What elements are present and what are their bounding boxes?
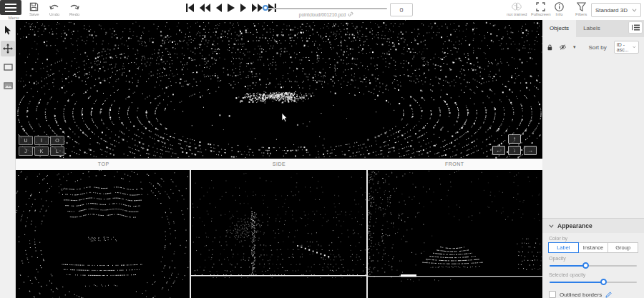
opacity-label: Opacity	[549, 256, 638, 261]
key-k-button[interactable]: K	[34, 146, 49, 156]
undo-button[interactable]: Undo	[49, 2, 59, 16]
fast-backward-icon	[200, 4, 210, 12]
front-view-label: FRONT	[367, 159, 542, 170]
play-button[interactable]	[226, 3, 236, 13]
previous-frame-button[interactable]	[215, 3, 223, 13]
next-frame-icon	[240, 4, 246, 12]
save-icon	[29, 2, 39, 11]
menu-button-label: Menu	[3, 16, 24, 20]
camera-keypad: U I O J K L	[19, 136, 64, 156]
undo-icon	[49, 2, 59, 11]
training-status-button[interactable]: not trained	[507, 2, 527, 16]
next-frame-button[interactable]	[239, 3, 248, 13]
appearance-header[interactable]: Appearance	[542, 219, 644, 233]
filters-button[interactable]: Filters	[575, 2, 587, 16]
visibility-off-icon[interactable]	[560, 44, 566, 51]
filters-label: Filters	[575, 12, 587, 16]
front-view-canvas[interactable]	[368, 170, 542, 298]
redo-icon	[69, 2, 79, 11]
appearance-section: Appearance Color by Label Instance Group…	[542, 218, 644, 298]
redo-label: Redo	[69, 12, 79, 16]
training-status-label: not trained	[507, 12, 527, 16]
filename-row: pointcloud/001210.pcd	[265, 11, 387, 17]
frame-slider-handle[interactable]	[263, 5, 268, 11]
key-j-button[interactable]: J	[19, 146, 33, 156]
select-tool-button[interactable]	[1, 22, 15, 38]
selected-opacity-label: Selected opacity	[549, 272, 638, 277]
save-button[interactable]: Save	[29, 2, 39, 16]
side-view-label: SIDE	[191, 159, 366, 170]
chevron-down-icon	[549, 224, 554, 228]
opacity-slider-handle[interactable]	[582, 262, 589, 269]
info-icon	[555, 2, 564, 11]
ortho-views	[16, 170, 542, 298]
cursor-icon	[4, 26, 12, 35]
redo-button[interactable]: Redo	[69, 2, 79, 16]
main-pointcloud-canvas[interactable]	[16, 20, 542, 159]
main-3d-view[interactable]: U I O J K L ↑ ← ↓ →	[16, 20, 542, 159]
top-view-label: TOP	[16, 159, 191, 170]
expand-caret-icon[interactable]: ▾	[573, 44, 576, 50]
chevron-down-icon	[632, 9, 637, 12]
mode-select-value: Standard 3D	[595, 7, 628, 14]
outlined-borders-checkbox[interactable]	[549, 291, 556, 298]
info-label: Info	[555, 12, 562, 16]
rectangle-icon	[4, 64, 13, 71]
first-frame-button[interactable]	[185, 3, 195, 13]
color-by-label: Color by	[549, 236, 638, 241]
color-by-label-button[interactable]: Label	[548, 242, 579, 253]
info-button[interactable]: Info	[555, 2, 564, 16]
save-label: Save	[29, 12, 39, 16]
sort-select-value: ID - asc...	[617, 42, 633, 52]
play-icon	[228, 4, 235, 12]
first-frame-icon	[186, 4, 194, 12]
fullscreen-icon	[536, 2, 545, 11]
arrow-left-button[interactable]: ←	[492, 146, 505, 155]
arrow-up-button[interactable]: ↑	[508, 134, 521, 144]
menu-button[interactable]	[0, 0, 21, 15]
tab-objects[interactable]: Objects	[542, 20, 576, 37]
selected-opacity-slider[interactable]	[550, 279, 637, 286]
fullscreen-button[interactable]: Fullscreen	[531, 2, 551, 16]
color-by-instance-button[interactable]: Instance	[579, 242, 609, 253]
view-labels-band: TOP SIDE FRONT	[16, 159, 542, 170]
panel-layout-button[interactable]	[628, 21, 643, 34]
right-panel: Objects Labels ▾ Sort by ID - asc...	[542, 20, 644, 298]
outlined-borders-row: Outlined borders	[549, 291, 638, 298]
image-tool-button[interactable]	[1, 78, 15, 94]
frame-slider[interactable]	[265, 7, 387, 10]
opacity-slider[interactable]	[550, 262, 637, 269]
move-tool-button[interactable]	[1, 41, 15, 56]
appearance-title: Appearance	[557, 222, 592, 229]
link-icon[interactable]	[348, 11, 353, 17]
key-u-button[interactable]: U	[19, 136, 33, 145]
key-l-button[interactable]: L	[50, 146, 64, 156]
fast-backward-button[interactable]	[198, 3, 212, 13]
previous-frame-icon	[216, 4, 222, 12]
pencil-icon[interactable]	[605, 292, 612, 298]
undo-label: Undo	[49, 12, 59, 16]
camera-arrow-pad: ↑ ← ↓ →	[492, 134, 538, 156]
objects-sub-toolbar: ▾ Sort by ID - asc...	[542, 37, 644, 57]
selected-opacity-slider-handle[interactable]	[600, 279, 607, 285]
tab-labels[interactable]: Labels	[576, 20, 608, 37]
box-tool-button[interactable]	[1, 59, 15, 75]
fast-forward-icon	[252, 4, 263, 12]
top-view-canvas[interactable]	[16, 170, 190, 298]
arrow-down-button[interactable]: ↓	[508, 146, 521, 155]
frame-number-input[interactable]	[390, 3, 413, 16]
sort-select[interactable]: ID - asc...	[614, 41, 639, 54]
color-by-group-button[interactable]: Group	[608, 242, 638, 253]
filename-text: pointcloud/001210.pcd	[299, 12, 346, 17]
frame-slider-track[interactable]	[265, 8, 387, 9]
lock-icon[interactable]	[547, 44, 552, 51]
sort-by-label: Sort by	[588, 44, 606, 51]
filter-icon	[577, 2, 586, 11]
key-o-button[interactable]: O	[50, 136, 64, 145]
key-i-button[interactable]: I	[34, 136, 49, 145]
mode-select[interactable]: Standard 3D	[591, 3, 641, 17]
move-icon	[3, 44, 13, 54]
tool-sidebar	[0, 20, 16, 298]
arrow-right-button[interactable]: →	[524, 146, 537, 155]
side-view-canvas[interactable]	[191, 170, 366, 298]
